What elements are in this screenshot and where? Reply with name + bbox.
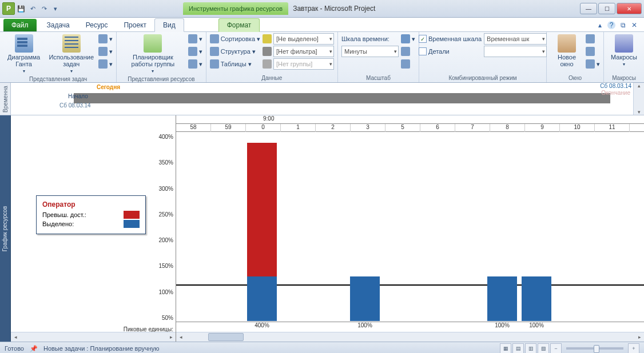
time-col: 5 bbox=[385, 124, 420, 132]
time-header-cols: 58590123567891011 bbox=[176, 124, 644, 132]
calendar-button[interactable]: ▾ bbox=[98, 46, 113, 57]
zoom-project-button[interactable] bbox=[401, 46, 415, 57]
undo-icon[interactable]: ↶ bbox=[27, 3, 38, 14]
close-child-icon[interactable]: ✕ bbox=[630, 21, 638, 29]
peak-cell: 400% bbox=[245, 322, 279, 332]
peak-cell: 100% bbox=[348, 322, 382, 332]
timescale-dropdown[interactable]: Минуты bbox=[341, 46, 399, 57]
scroll-thumb[interactable] bbox=[208, 333, 244, 341]
timeline-body[interactable]: Сегодня Начало Сб 08.03.14 Сб 08.03.14 О… bbox=[11, 83, 633, 115]
resource-usage-button[interactable]: ▾ bbox=[188, 33, 202, 45]
peak-cell bbox=[210, 322, 245, 332]
other-views-button[interactable]: ▾ bbox=[98, 58, 113, 70]
help-icon[interactable]: ? bbox=[607, 21, 615, 29]
sort-button[interactable]: Сортировка ▾ bbox=[210, 33, 260, 45]
tab-format[interactable]: Формат bbox=[218, 18, 260, 32]
hide-window-button[interactable]: ▾ bbox=[586, 58, 600, 70]
left-scrollbar[interactable]: ◂ ▸ bbox=[11, 332, 176, 342]
highlight-dropdown[interactable]: [Не выделено] bbox=[263, 33, 334, 45]
team-planner-button[interactable]: Планировщик работы группы▾ bbox=[120, 33, 185, 75]
time-col: 10 bbox=[560, 124, 595, 132]
new-window-button[interactable]: Новое окно bbox=[550, 33, 583, 69]
zoom-button[interactable]: ▾ bbox=[401, 33, 415, 45]
tables-button[interactable]: Таблицы ▾ bbox=[210, 58, 260, 70]
ribbon-tabs: Файл Задача Ресурс Проект Вид Формат ▴ ?… bbox=[0, 18, 644, 32]
details-checkbox[interactable] bbox=[419, 47, 427, 55]
zoom-selected-icon bbox=[401, 59, 410, 69]
time-col: 11 bbox=[595, 124, 630, 132]
tables-icon bbox=[210, 59, 219, 69]
switch-windows-button[interactable] bbox=[586, 33, 600, 45]
redo-icon[interactable]: ↷ bbox=[39, 3, 49, 14]
chart-scrollbar[interactable]: ◂ ▸ bbox=[176, 332, 644, 342]
switch-icon bbox=[586, 34, 595, 43]
chart-area[interactable]: 9:00 58590123567891011 400%100%100%100% … bbox=[176, 115, 644, 342]
filter-icon bbox=[263, 47, 272, 56]
tab-resource[interactable]: Ресурс bbox=[78, 19, 116, 31]
view-shortcut-4[interactable]: ▧ bbox=[538, 343, 549, 353]
minimize-button[interactable]: — bbox=[580, 3, 597, 14]
timeline-start-label: Начало bbox=[68, 93, 88, 99]
resource-sheet-button[interactable]: ▾ bbox=[188, 46, 202, 57]
quick-access-toolbar: P 💾 ↶ ↷ ▾ bbox=[0, 2, 61, 15]
zoom-slider[interactable] bbox=[566, 347, 623, 350]
maximize-button[interactable]: ☐ bbox=[598, 3, 615, 14]
zoom-in-button[interactable]: + bbox=[628, 343, 639, 353]
title-bar: P 💾 ↶ ↷ ▾ Инструменты графика ресурсов З… bbox=[0, 0, 644, 18]
view-shortcut-1[interactable]: ▦ bbox=[500, 343, 511, 353]
gantt-chart-button[interactable]: Диаграмма Ганта▾ bbox=[3, 33, 44, 75]
view-name-label: График ресурсов bbox=[0, 115, 11, 342]
timeline-checkbox[interactable]: ✓ bbox=[419, 35, 427, 43]
outline-button[interactable]: Структура ▾ bbox=[210, 46, 260, 57]
status-tasks-mode: Новые задачи : Планирование вручную bbox=[43, 345, 160, 352]
view-shortcut-3[interactable]: ▥ bbox=[525, 343, 536, 353]
status-ready: Готово bbox=[5, 345, 24, 352]
resource-other-button[interactable]: ▾ bbox=[188, 58, 202, 70]
zoom-out-button[interactable]: − bbox=[550, 343, 562, 353]
peak-cell bbox=[416, 322, 451, 332]
save-icon[interactable]: 💾 bbox=[16, 3, 26, 14]
scroll-right-icon[interactable]: ▸ bbox=[635, 334, 644, 340]
threshold-line bbox=[176, 284, 644, 286]
arrange-all-button[interactable] bbox=[586, 46, 600, 57]
time-col: 3 bbox=[351, 124, 385, 132]
view-shortcut-2[interactable]: ▤ bbox=[512, 343, 524, 353]
time-header: 9:00 58590123567891011 bbox=[176, 115, 644, 132]
ribbon-help-area: ▴ ? ⧉ ✕ bbox=[596, 21, 644, 31]
group-dropdown[interactable]: [Нет группы] bbox=[263, 58, 334, 70]
qat-dropdown-icon[interactable]: ▾ bbox=[50, 3, 61, 14]
group-data: Сортировка ▾ Структура ▾ Таблицы ▾ [Не в… bbox=[206, 32, 338, 82]
macros-button[interactable]: Макросы▾ bbox=[607, 33, 641, 68]
timeline-panel-label: Временна bbox=[0, 83, 11, 115]
y-tick: 400% bbox=[158, 134, 173, 140]
legend-swatch-over bbox=[124, 211, 140, 219]
group-resource-views: Планировщик работы группы▾ ▾ ▾ ▾ Предста… bbox=[117, 32, 206, 82]
network-diagram-button[interactable]: ▾ bbox=[98, 33, 113, 45]
peak-cell bbox=[588, 322, 622, 332]
tab-file[interactable]: Файл bbox=[3, 19, 37, 31]
tab-task[interactable]: Задача bbox=[39, 19, 78, 31]
outline-icon bbox=[210, 47, 219, 56]
status-right: ▦ ▤ ▥ ▧ − + bbox=[500, 343, 639, 353]
zoom-selected-button[interactable] bbox=[401, 58, 415, 70]
timeline-bar[interactable] bbox=[74, 93, 610, 103]
scroll-left-icon[interactable]: ◂ bbox=[11, 334, 20, 340]
tab-project[interactable]: Проект bbox=[116, 19, 154, 31]
left-pane: Оператор Превыш. дост.: Выделено: 400%35… bbox=[11, 115, 176, 342]
task-usage-button[interactable]: Использование задач▾ bbox=[46, 33, 96, 75]
y-axis-ticks: 400%350%300%250%200%150%100%50% bbox=[158, 134, 173, 321]
bar-allocated bbox=[247, 276, 277, 321]
minimize-ribbon-icon[interactable]: ▴ bbox=[596, 21, 604, 29]
timeline-scrollbar[interactable]: ▴▾ bbox=[633, 83, 644, 115]
timeline-type-dropdown[interactable]: Временная шк bbox=[484, 33, 547, 45]
tab-view[interactable]: Вид bbox=[154, 18, 184, 32]
bar-allocated bbox=[350, 276, 380, 321]
close-button[interactable]: ✕ bbox=[617, 3, 642, 14]
restore-window-icon[interactable]: ⧉ bbox=[619, 21, 627, 29]
views-icon bbox=[98, 59, 108, 69]
details-type-dropdown[interactable] bbox=[484, 46, 547, 57]
scroll-left-icon[interactable]: ◂ bbox=[176, 334, 185, 340]
app-icon[interactable]: P bbox=[2, 2, 15, 15]
filter-dropdown[interactable]: [Нет фильтра] bbox=[263, 46, 334, 57]
scroll-right-icon[interactable]: ▸ bbox=[166, 334, 176, 340]
